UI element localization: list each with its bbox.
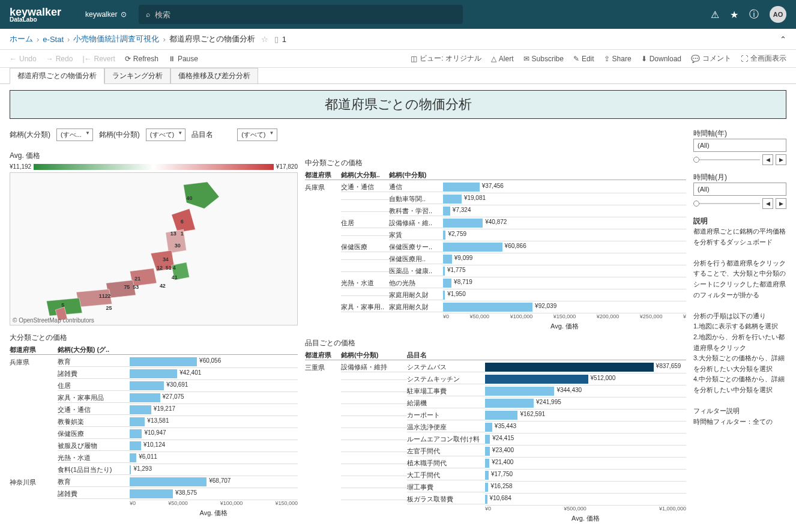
bar-row[interactable]: 被服及び履物¥10,124 bbox=[10, 440, 298, 452]
bar-row[interactable]: 諸雑費¥42,401 bbox=[10, 368, 298, 380]
filter2-select[interactable]: (すべて) bbox=[146, 128, 185, 141]
japan-map[interactable]: 40 6 131 30 34 12514 2141 755342 1122 5 … bbox=[10, 172, 298, 325]
breadcrumb-estat[interactable]: e-Stat bbox=[43, 35, 64, 44]
breadcrumb-workbook[interactable]: 小売物価統計調査可視化 bbox=[73, 34, 159, 44]
edit-button[interactable]: ✎ Edit bbox=[573, 55, 594, 63]
column-header: 銘柄(中分類) bbox=[341, 351, 407, 360]
mid-category-chart[interactable]: 中分類ごとの価格都道府県銘柄(大分類..銘柄(中分類)兵庫県交通・通信通信¥37… bbox=[305, 158, 686, 331]
axis-label: Avg. 価格 bbox=[10, 509, 298, 518]
star-icon[interactable]: ★ bbox=[730, 9, 738, 20]
bar-row[interactable]: 大工手間代¥17,750 bbox=[305, 470, 686, 482]
share-button[interactable]: ⇪ Share bbox=[604, 55, 632, 63]
bar-row[interactable]: 食料(1品目当たり)¥1,293 bbox=[10, 464, 298, 476]
column-header: 都道府県 bbox=[305, 171, 341, 180]
download-button[interactable]: ⬇ Download bbox=[641, 55, 681, 63]
large-category-chart[interactable]: 大分類ごとの価格都道府県銘柄(大分類) (グ..兵庫県教育¥60,056諸雑費¥… bbox=[10, 333, 298, 518]
bar-row[interactable]: 保健医療¥10,947 bbox=[10, 428, 298, 440]
collapse-icon[interactable]: ⌃ bbox=[780, 35, 786, 44]
tab-prefecture[interactable]: 都道府県ごとの物価分析 bbox=[10, 68, 104, 84]
breadcrumb-home[interactable]: ホーム bbox=[10, 34, 33, 44]
fullscreen-button[interactable]: ⛶ 全画面表示 bbox=[741, 53, 786, 64]
info-icon[interactable]: ⓘ bbox=[749, 8, 759, 21]
avatar[interactable]: AO bbox=[770, 6, 786, 23]
year-next-button[interactable]: ▶ bbox=[776, 154, 786, 165]
bar-row[interactable]: システムキッチン¥512,000 bbox=[305, 373, 686, 385]
year-filter-input[interactable]: (All) bbox=[693, 139, 786, 152]
svg-text:34: 34 bbox=[163, 256, 169, 262]
month-slider[interactable]: ◀ ▶ bbox=[693, 198, 786, 209]
favorite-icon[interactable]: ☆ bbox=[261, 35, 268, 44]
bar-row[interactable]: 交通・通信¥19,217 bbox=[10, 404, 298, 416]
bar-row[interactable]: 駐車場工事費¥344,430 bbox=[305, 385, 686, 397]
svg-text:53: 53 bbox=[133, 284, 139, 290]
bar-row[interactable]: 諸雑費¥38,575 bbox=[10, 488, 298, 500]
svg-text:1: 1 bbox=[181, 231, 184, 237]
bar-row[interactable]: 教養娯楽¥13,581 bbox=[10, 416, 298, 428]
tab-trend[interactable]: 価格推移及び差分分析 bbox=[170, 68, 258, 83]
year-slider[interactable]: ◀ ▶ bbox=[693, 154, 786, 165]
chevron-down-icon: ⊙ bbox=[121, 10, 127, 19]
bar-row[interactable]: 家具・家事用..家庭用耐久財¥92,039 bbox=[305, 301, 686, 313]
view-selector[interactable]: ◫ ビュー: オリジナル bbox=[411, 53, 481, 64]
site-dropdown[interactable]: keywalker⊙ bbox=[85, 10, 127, 19]
bar-row[interactable]: 教科書・学習..¥7,324 bbox=[305, 205, 686, 217]
month-prev-button[interactable]: ◀ bbox=[762, 198, 773, 209]
svg-text:21: 21 bbox=[134, 276, 140, 282]
item-chart[interactable]: 品目ごとの価格都道府県銘柄(中分類)品目名三重県設備修繕・維持システムバス¥83… bbox=[305, 338, 686, 523]
axis-tick: ¥100,000 bbox=[220, 500, 243, 506]
svg-text:22: 22 bbox=[105, 293, 111, 299]
tab-ranking[interactable]: ランキング分析 bbox=[104, 68, 170, 83]
desc-title: 説明 bbox=[693, 216, 786, 226]
subscribe-button[interactable]: ✉ Subscribe bbox=[523, 55, 564, 63]
desc-filter-title: フィルター説明 bbox=[693, 406, 786, 417]
axis-tick: ¥250,000 bbox=[640, 313, 663, 319]
bar-row[interactable]: 板ガラス取替費¥10,684 bbox=[305, 494, 686, 506]
svg-text:40: 40 bbox=[187, 195, 193, 201]
svg-text:51: 51 bbox=[166, 265, 172, 271]
bar-row[interactable]: 植木職手間代¥21,400 bbox=[305, 458, 686, 470]
bar-row[interactable]: 兵庫県交通・通信通信¥37,456 bbox=[305, 181, 686, 193]
bar-row[interactable]: 塀工事費¥16,258 bbox=[305, 482, 686, 494]
year-prev-button[interactable]: ◀ bbox=[762, 154, 773, 165]
bar-row[interactable]: カーポート¥162,591 bbox=[305, 410, 686, 422]
dashboard-title: 都道府県ごとの物価分析 bbox=[10, 90, 786, 119]
bar-row[interactable]: 住居設備修繕・維..¥40,872 bbox=[305, 217, 686, 229]
bar-row[interactable]: 家具・家事用品¥27,075 bbox=[10, 392, 298, 404]
bar-row[interactable]: 自動車等関..¥19,081 bbox=[305, 193, 686, 205]
view-tabs: 都道府県ごとの物価分析 ランキング分析 価格推移及び差分分析 bbox=[0, 68, 796, 84]
bar-row[interactable]: 保健医療用..¥9,099 bbox=[305, 253, 686, 265]
search-box[interactable]: ⌕ bbox=[139, 5, 463, 24]
refresh-button[interactable]: ⟳ Refresh bbox=[125, 55, 158, 63]
month-filter-input[interactable]: (All) bbox=[693, 183, 786, 196]
bar-row[interactable]: 兵庫県教育¥60,056 bbox=[10, 356, 298, 368]
axis-tick: ¥0 bbox=[443, 313, 449, 319]
bar-row[interactable]: 神奈川県教育¥68,707 bbox=[10, 476, 298, 488]
bar-row[interactable]: 三重県設備修繕・維持システムバス¥837,659 bbox=[305, 361, 686, 373]
bar-row[interactable]: 住居¥30,691 bbox=[10, 380, 298, 392]
redo-button[interactable]: → Redo bbox=[46, 55, 73, 63]
doc-icon[interactable]: ▯ bbox=[274, 35, 279, 44]
undo-button[interactable]: ← Undo bbox=[10, 55, 37, 63]
alert-button[interactable]: △ Alert bbox=[491, 55, 514, 63]
pause-button[interactable]: ⏸ Pause bbox=[168, 55, 198, 63]
warning-icon[interactable]: ⚠ bbox=[711, 9, 719, 20]
search-input[interactable] bbox=[155, 10, 456, 19]
bar-row[interactable]: 左官手間代¥23,400 bbox=[305, 446, 686, 458]
bar-row[interactable]: 医薬品・健康..¥1,775 bbox=[305, 265, 686, 277]
filter1-select[interactable]: (すべ... bbox=[56, 128, 93, 141]
comment-button[interactable]: 💬 コメント bbox=[691, 53, 731, 64]
bar-row[interactable]: 光熱・水道¥6,011 bbox=[10, 452, 298, 464]
revert-button[interactable]: |← Revert bbox=[82, 55, 115, 63]
bar-row[interactable]: 温水洗浄便座¥35,443 bbox=[305, 422, 686, 434]
svg-text:12: 12 bbox=[157, 265, 163, 271]
bar-row[interactable]: 保健医療保健医療サー..¥60,866 bbox=[305, 241, 686, 253]
filter3-select[interactable]: (すべて) bbox=[237, 128, 277, 141]
bar-row[interactable]: 家賃¥2,759 bbox=[305, 229, 686, 241]
bar-row[interactable]: 家庭用耐久財¥1,950 bbox=[305, 289, 686, 301]
bar-row[interactable]: ルームエアコン取付け料¥24,415 bbox=[305, 434, 686, 446]
bar-row[interactable]: 光熱・水道他の光熱¥8,719 bbox=[305, 277, 686, 289]
axis-tick: ¥200,000 bbox=[597, 313, 620, 319]
month-next-button[interactable]: ▶ bbox=[776, 198, 786, 209]
bar-row[interactable]: 給湯機¥241,995 bbox=[305, 397, 686, 410]
column-header: 銘柄(大分類) (グ.. bbox=[58, 345, 298, 354]
